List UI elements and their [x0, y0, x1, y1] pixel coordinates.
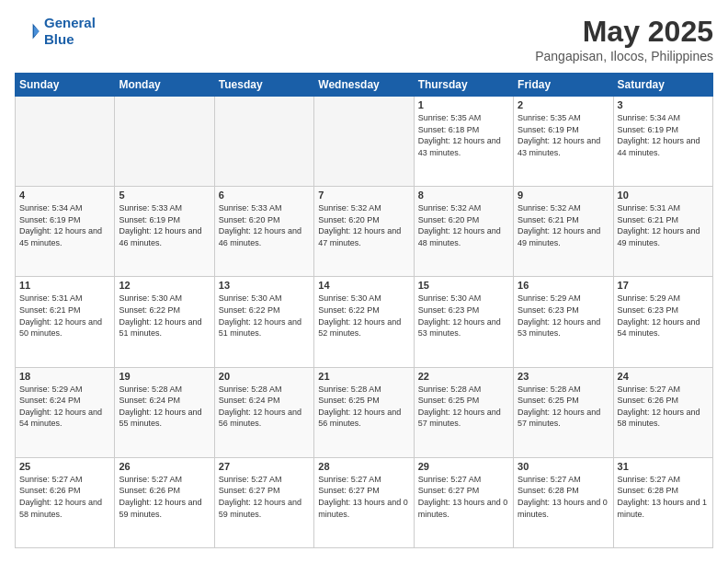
day-number: 27 [219, 461, 310, 472]
day-info: Sunrise: 5:27 AM Sunset: 6:26 PM Dayligh… [119, 474, 210, 520]
day-number: 17 [618, 280, 709, 291]
day-number: 25 [19, 461, 110, 472]
day-info: Sunrise: 5:30 AM Sunset: 6:22 PM Dayligh… [318, 293, 409, 339]
weekday-header: Thursday [414, 74, 513, 97]
logo-line1: General [44, 15, 96, 30]
logo: General Blue [15, 15, 96, 48]
day-number: 10 [618, 190, 709, 201]
day-number: 31 [618, 461, 709, 472]
title-block: May 2025 Pangapisan, Ilocos, Philippines [535, 15, 713, 63]
calendar-cell: 11 Sunrise: 5:31 AM Sunset: 6:21 PM Dayl… [16, 277, 115, 367]
calendar-cell: 5 Sunrise: 5:33 AM Sunset: 6:19 PM Dayli… [115, 187, 214, 277]
calendar-cell: 21 Sunrise: 5:28 AM Sunset: 6:25 PM Dayl… [314, 367, 414, 457]
day-info: Sunrise: 5:32 AM Sunset: 6:20 PM Dayligh… [418, 202, 509, 248]
calendar-cell: 15 Sunrise: 5:30 AM Sunset: 6:23 PM Dayl… [414, 277, 513, 367]
day-info: Sunrise: 5:31 AM Sunset: 6:21 PM Dayligh… [618, 202, 709, 248]
day-info: Sunrise: 5:31 AM Sunset: 6:21 PM Dayligh… [19, 293, 110, 339]
day-number: 15 [418, 280, 509, 291]
day-info: Sunrise: 5:28 AM Sunset: 6:24 PM Dayligh… [119, 384, 210, 430]
calendar-cell: 14 Sunrise: 5:30 AM Sunset: 6:22 PM Dayl… [314, 277, 414, 367]
day-number: 16 [518, 280, 609, 291]
calendar-cell: 4 Sunrise: 5:34 AM Sunset: 6:19 PM Dayli… [16, 187, 115, 277]
day-info: Sunrise: 5:34 AM Sunset: 6:19 PM Dayligh… [618, 112, 709, 158]
day-info: Sunrise: 5:27 AM Sunset: 6:26 PM Dayligh… [19, 474, 110, 520]
day-number: 4 [19, 190, 110, 201]
calendar-cell: 27 Sunrise: 5:27 AM Sunset: 6:27 PM Dayl… [214, 457, 313, 547]
calendar-cell: 16 Sunrise: 5:29 AM Sunset: 6:23 PM Dayl… [514, 277, 613, 367]
weekday-header: Sunday [16, 74, 115, 97]
calendar-header-row: SundayMondayTuesdayWednesdayThursdayFrid… [16, 74, 713, 97]
day-number: 20 [219, 371, 310, 382]
header: General Blue May 2025 Pangapisan, Ilocos… [15, 15, 713, 63]
calendar-week-row: 25 Sunrise: 5:27 AM Sunset: 6:26 PM Dayl… [16, 457, 713, 547]
logo-line2: Blue [44, 31, 96, 48]
day-number: 24 [618, 371, 709, 382]
calendar-week-row: 11 Sunrise: 5:31 AM Sunset: 6:21 PM Dayl… [16, 277, 713, 367]
weekday-header: Wednesday [314, 74, 414, 97]
day-info: Sunrise: 5:28 AM Sunset: 6:25 PM Dayligh… [318, 384, 409, 430]
day-info: Sunrise: 5:27 AM Sunset: 6:28 PM Dayligh… [618, 474, 709, 520]
day-info: Sunrise: 5:33 AM Sunset: 6:19 PM Dayligh… [119, 202, 210, 248]
svg-marker-1 [34, 26, 40, 36]
day-info: Sunrise: 5:28 AM Sunset: 6:24 PM Dayligh… [219, 384, 310, 430]
day-info: Sunrise: 5:28 AM Sunset: 6:25 PM Dayligh… [418, 384, 509, 430]
calendar-cell: 19 Sunrise: 5:28 AM Sunset: 6:24 PM Dayl… [115, 367, 214, 457]
calendar-cell: 8 Sunrise: 5:32 AM Sunset: 6:20 PM Dayli… [414, 187, 513, 277]
day-number: 5 [119, 190, 210, 201]
weekday-header: Friday [514, 74, 613, 97]
day-number: 30 [518, 461, 609, 472]
weekday-header: Monday [115, 74, 214, 97]
day-number: 22 [418, 371, 509, 382]
calendar-cell [16, 97, 115, 187]
day-number: 26 [119, 461, 210, 472]
calendar-cell: 26 Sunrise: 5:27 AM Sunset: 6:26 PM Dayl… [115, 457, 214, 547]
day-info: Sunrise: 5:27 AM Sunset: 6:27 PM Dayligh… [219, 474, 310, 520]
day-number: 6 [219, 190, 310, 201]
day-info: Sunrise: 5:28 AM Sunset: 6:25 PM Dayligh… [518, 384, 609, 430]
day-info: Sunrise: 5:32 AM Sunset: 6:21 PM Dayligh… [518, 202, 609, 248]
day-info: Sunrise: 5:30 AM Sunset: 6:23 PM Dayligh… [418, 293, 509, 339]
weekday-header: Tuesday [214, 74, 313, 97]
calendar-table: SundayMondayTuesdayWednesdayThursdayFrid… [15, 73, 713, 548]
day-info: Sunrise: 5:27 AM Sunset: 6:27 PM Dayligh… [318, 474, 409, 520]
calendar-cell: 22 Sunrise: 5:28 AM Sunset: 6:25 PM Dayl… [414, 367, 513, 457]
logo-text: General Blue [44, 15, 96, 48]
calendar-cell: 31 Sunrise: 5:27 AM Sunset: 6:28 PM Dayl… [613, 457, 712, 547]
day-number: 19 [119, 371, 210, 382]
day-info: Sunrise: 5:29 AM Sunset: 6:24 PM Dayligh… [19, 384, 110, 430]
day-number: 2 [518, 99, 609, 110]
calendar-cell [214, 97, 313, 187]
calendar-cell: 2 Sunrise: 5:35 AM Sunset: 6:19 PM Dayli… [514, 97, 613, 187]
calendar-cell: 20 Sunrise: 5:28 AM Sunset: 6:24 PM Dayl… [214, 367, 313, 457]
day-info: Sunrise: 5:29 AM Sunset: 6:23 PM Dayligh… [618, 293, 709, 339]
weekday-header: Saturday [613, 74, 712, 97]
calendar-cell: 12 Sunrise: 5:30 AM Sunset: 6:22 PM Dayl… [115, 277, 214, 367]
calendar-cell: 25 Sunrise: 5:27 AM Sunset: 6:26 PM Dayl… [16, 457, 115, 547]
day-info: Sunrise: 5:30 AM Sunset: 6:22 PM Dayligh… [219, 293, 310, 339]
day-info: Sunrise: 5:30 AM Sunset: 6:22 PM Dayligh… [119, 293, 210, 339]
calendar-cell: 10 Sunrise: 5:31 AM Sunset: 6:21 PM Dayl… [613, 187, 712, 277]
day-number: 28 [318, 461, 409, 472]
calendar-cell: 18 Sunrise: 5:29 AM Sunset: 6:24 PM Dayl… [16, 367, 115, 457]
day-number: 29 [418, 461, 509, 472]
day-number: 14 [318, 280, 409, 291]
calendar-week-row: 4 Sunrise: 5:34 AM Sunset: 6:19 PM Dayli… [16, 187, 713, 277]
day-number: 11 [19, 280, 110, 291]
day-info: Sunrise: 5:35 AM Sunset: 6:19 PM Dayligh… [518, 112, 609, 158]
day-number: 7 [318, 190, 409, 201]
calendar-cell: 1 Sunrise: 5:35 AM Sunset: 6:18 PM Dayli… [414, 97, 513, 187]
calendar-cell [115, 97, 214, 187]
calendar-cell: 3 Sunrise: 5:34 AM Sunset: 6:19 PM Dayli… [613, 97, 712, 187]
calendar-week-row: 1 Sunrise: 5:35 AM Sunset: 6:18 PM Dayli… [16, 97, 713, 187]
day-info: Sunrise: 5:33 AM Sunset: 6:20 PM Dayligh… [219, 202, 310, 248]
calendar-cell: 30 Sunrise: 5:27 AM Sunset: 6:28 PM Dayl… [514, 457, 613, 547]
day-number: 8 [418, 190, 509, 201]
day-number: 3 [618, 99, 709, 110]
calendar-cell: 6 Sunrise: 5:33 AM Sunset: 6:20 PM Dayli… [214, 187, 313, 277]
calendar-cell: 13 Sunrise: 5:30 AM Sunset: 6:22 PM Dayl… [214, 277, 313, 367]
day-number: 9 [518, 190, 609, 201]
day-info: Sunrise: 5:27 AM Sunset: 6:28 PM Dayligh… [518, 474, 609, 520]
logo-icon [15, 18, 40, 44]
day-number: 1 [418, 99, 509, 110]
day-number: 18 [19, 371, 110, 382]
